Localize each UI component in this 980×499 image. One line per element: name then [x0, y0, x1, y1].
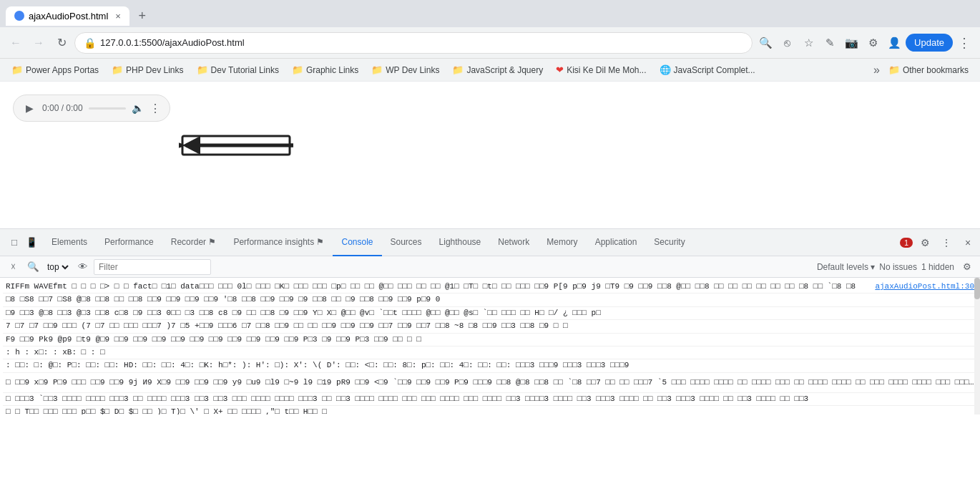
- tab-elements[interactable]: Elements: [43, 229, 96, 256]
- bookmark-other[interactable]: 📁 Other bookmarks: [883, 62, 974, 77]
- scrollbar-track[interactable]: [974, 278, 980, 415]
- console-line-content: □ □□9 x□9 P□9 □□□ □□9 □□9 9j И9 X□9 □□9 …: [6, 374, 974, 392]
- console-output[interactable]: RIFFm WAVEfmt □ □ □ □> □ □ fact□ □1□ dat…: [0, 278, 980, 415]
- devtools-settings-button[interactable]: ⚙: [916, 233, 934, 252]
- tab-network[interactable]: Network: [489, 229, 538, 256]
- tab-console[interactable]: Console: [333, 229, 381, 256]
- console-line-content: □8 □S8 □□7 □S8 @□8 □□8 □□ □□8 □□9 □□9 □□…: [6, 294, 974, 305]
- tab-security[interactable]: Security: [645, 229, 693, 256]
- clear-console-button[interactable]: ☓: [4, 258, 21, 276]
- source-link[interactable]: ajaxAudioPost.html:30: [875, 281, 974, 292]
- console-line: F9 □□9 Pk9 @p9 □t9 @□9 □□9 □□9 □□9 □□9 □…: [3, 334, 977, 347]
- more-options-button[interactable]: ⋮: [150, 102, 161, 115]
- back-button[interactable]: ←: [6, 33, 26, 53]
- more-bookmarks-icon[interactable]: »: [873, 64, 880, 77]
- tab-performance[interactable]: Performance: [96, 229, 162, 256]
- bookmark-wp-dev[interactable]: 📁 WP Dev Links: [366, 62, 445, 77]
- progress-bar[interactable]: [89, 107, 126, 110]
- tab-sources[interactable]: Sources: [382, 229, 431, 256]
- console-line-content: F9 □□9 Pk9 @p9 □t9 @□9 □□9 □□9 □□9 □□9 □…: [6, 334, 974, 345]
- console-line-content: □ □ T□□ □□□ □□□ p□□ $□ D□ $□ □□ )□ T)□ \…: [6, 407, 974, 415]
- tab-recorder[interactable]: Recorder ⚑: [162, 229, 225, 256]
- left-arrow: [179, 126, 297, 165]
- console-line-content: RIFFm WAVEfmt □ □ □ □> □ □ fact□ □1□ dat…: [6, 281, 869, 292]
- address-bar[interactable]: 🔒 127.0.0.1:5500/ajaxAudioPost.html: [74, 32, 753, 54]
- volume-button[interactable]: 🔈: [132, 102, 144, 114]
- eye-button[interactable]: 👁: [74, 258, 91, 276]
- bookmark-js-complete[interactable]: 🌐 JavaScript Complet...: [654, 62, 761, 77]
- context-select[interactable]: top: [44, 261, 71, 273]
- tab-performance-insights[interactable]: Performance insights ⚑: [225, 229, 333, 256]
- folder-icon: 📁: [11, 64, 23, 75]
- devtools-more-button[interactable]: ⋮: [937, 233, 956, 252]
- devtools-controls: 1 ⚙ ⋮ ×: [900, 233, 977, 252]
- bookmarks-bar: 📁 Power Apps Portas 📁 PHP Dev Links 📁 De…: [0, 59, 980, 82]
- play-button[interactable]: ▶: [22, 101, 36, 115]
- secure-icon: 🔒: [84, 37, 96, 49]
- console-filter-input[interactable]: [94, 259, 211, 275]
- bookmark-dev-tutorial[interactable]: 📁 Dev Tutorial Links: [191, 62, 285, 77]
- console-toolbar: ☓ 🔍 top 👁 Default levels ▾ No issues 1 h…: [0, 256, 980, 278]
- tab-application[interactable]: Application: [587, 229, 646, 256]
- arrow-container: [179, 126, 297, 168]
- no-issues-text: No issues: [879, 262, 917, 272]
- heart-icon: ❤: [556, 64, 564, 75]
- tab-bar: ajaxAudioPost.html × +: [0, 0, 980, 27]
- main-content: ▶ 0:00 / 0:00 🔈 ⋮: [0, 82, 980, 228]
- bookmark-kisi[interactable]: ❤ Kisi Ke Dil Me Moh...: [550, 62, 652, 77]
- console-line-content: □ □□□3 `□□3 □□□□ □□□□ □□□3 □□ □□□□ □□□3 …: [6, 394, 974, 404]
- folder-icon: 📁: [292, 64, 303, 75]
- extensions-button[interactable]: ⚙: [863, 33, 883, 53]
- bookmark-js-jquery[interactable]: 📁 JavaScript & Jquery: [446, 62, 549, 77]
- console-line-with-tooltip: □ □□9 x□9 P□9 □□□ □□9 □□9 9j И9 X□9 □□9 …: [3, 373, 977, 393]
- audio-player-container: ▶ 0:00 / 0:00 🔈 ⋮: [13, 95, 170, 122]
- update-button[interactable]: Update: [906, 34, 953, 52]
- bookmark-power-apps[interactable]: 📁 Power Apps Portas: [6, 62, 104, 77]
- browser-menu-button[interactable]: ⋮: [954, 33, 974, 53]
- tab-memory[interactable]: Memory: [538, 229, 586, 256]
- hidden-count-text: 1 hidden: [921, 262, 954, 272]
- profile-button[interactable]: 👤: [884, 33, 904, 53]
- inspect-element-button[interactable]: □: [6, 234, 23, 251]
- bookmark-graphic-links[interactable]: 📁 Graphic Links: [286, 62, 364, 77]
- bookmark-php[interactable]: 📁 PHP Dev Links: [106, 62, 189, 77]
- console-toolbar-right: Default levels ▾ No issues 1 hidden ⚙: [817, 258, 976, 276]
- time-display: 0:00 / 0:00: [42, 103, 83, 113]
- folder-icon: 📁: [888, 64, 900, 75]
- console-line-content: 7 □7 □7 □□9 □□□ (7 □7 □□ □□□ □□□7 )7 □5 …: [6, 321, 974, 331]
- devtools-tabs: □ 📱 Elements Performance Recorder ⚑ Perf…: [0, 229, 980, 256]
- bookmark-button[interactable]: ☆: [798, 33, 818, 53]
- nav-bar: ← → ↻ 🔒 127.0.0.1:5500/ajaxAudioPost.htm…: [0, 27, 980, 59]
- url-text: 127.0.0.1:5500/ajaxAudioPost.html: [100, 37, 245, 48]
- nav-actions: 🔍 ⎋ ☆ ✎ 📷 ⚙ 👤 Update ⋮: [755, 33, 974, 53]
- device-toolbar-button[interactable]: 📱: [23, 234, 40, 251]
- search-button[interactable]: 🔍: [755, 33, 775, 53]
- console-line-content: : □□: □: @□: P□: □□: □□: HD: □□: □□: 4□:…: [6, 360, 974, 371]
- console-line: □ □ T□□ □□□ □□□ p□□ $□ D□ $□ □□ )□ T)□ \…: [3, 406, 977, 415]
- active-tab[interactable]: ajaxAudioPost.html ×: [6, 6, 129, 26]
- tab-title: ajaxAudioPost.html: [29, 11, 108, 21]
- new-tab-button[interactable]: +: [132, 6, 152, 26]
- console-line: 7 □7 □7 □□9 □□□ (7 □7 □□ □□□ □□□7 )7 □5 …: [3, 320, 977, 333]
- error-badge: 1: [900, 238, 913, 248]
- devtools-close-button[interactable]: ×: [959, 233, 977, 252]
- console-line: : □□: □: @□: P□: □□: □□: HD: □□: □□: 4□:…: [3, 359, 977, 372]
- more-bookmarks: » 📁 Other bookmarks: [873, 62, 974, 77]
- tab-lighthouse[interactable]: Lighthouse: [431, 229, 490, 256]
- scrollbar-thumb[interactable]: [974, 278, 980, 299]
- console-line: □9 □□3 @□8 □□3 @□3 □□8 c□8 □9 □□3 0□□ □3…: [3, 307, 977, 320]
- share-button[interactable]: ⎋: [777, 33, 797, 53]
- tab-close-icon[interactable]: ×: [115, 11, 121, 21]
- console-line-content: : h : x□: : xB: □ : □: [6, 347, 974, 358]
- default-levels[interactable]: Default levels ▾: [817, 262, 875, 272]
- forward-button[interactable]: →: [29, 33, 49, 53]
- console-settings-button[interactable]: ⚙: [959, 258, 976, 276]
- console-toolbar-left: ☓ 🔍 top 👁: [4, 258, 211, 276]
- reload-button[interactable]: ↻: [52, 33, 72, 53]
- console-filter-toggle[interactable]: 🔍: [24, 258, 41, 276]
- extension-pen-button[interactable]: ✎: [820, 33, 840, 53]
- devtools-panel: □ 📱 Elements Performance Recorder ⚑ Perf…: [0, 228, 980, 415]
- camera-button[interactable]: 📷: [841, 33, 861, 53]
- folder-icon: 📁: [197, 64, 208, 75]
- globe-icon: 🌐: [660, 64, 671, 75]
